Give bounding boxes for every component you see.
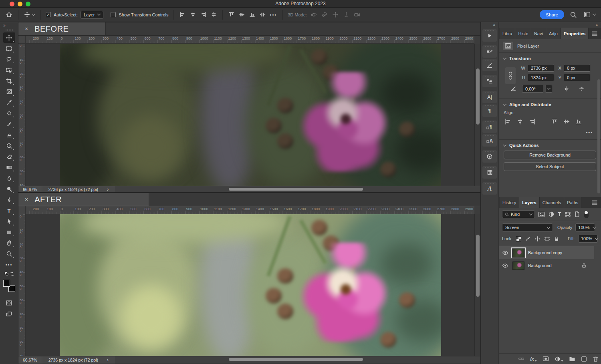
align-horizontal-centers-icon[interactable] (516, 118, 524, 125)
lock-transparency-icon[interactable] (516, 236, 521, 241)
align-top-edges-icon[interactable] (551, 118, 558, 125)
distribute-horizontal-centers-icon[interactable] (259, 11, 266, 18)
after-canvas-image[interactable] (60, 214, 441, 356)
type-tool[interactable]: T (3, 205, 15, 216)
screen-mode-button[interactable] (3, 309, 15, 319)
new-layer-button[interactable] (581, 356, 587, 362)
filter-type-layers-icon[interactable]: T (558, 211, 561, 217)
tab-history[interactable]: History (500, 197, 519, 208)
align-header[interactable]: Align and Distribute (504, 102, 596, 107)
align-bottom-edges-icon[interactable] (575, 118, 582, 125)
panel-menu-icon[interactable] (592, 200, 597, 205)
maximize-window-button[interactable] (26, 2, 30, 6)
tab-histogram[interactable]: Histc (515, 28, 531, 39)
expand-panels-icon[interactable]: » (499, 22, 601, 28)
share-button[interactable]: Share (540, 10, 564, 19)
flip-vertical-button[interactable] (578, 86, 585, 92)
opacity-dropdown[interactable]: 100% (575, 223, 595, 231)
vertical-scrollbar-thumb[interactable] (476, 68, 480, 125)
quick-actions-header[interactable]: Quick Actions (504, 143, 596, 148)
eyedropper-tool[interactable] (3, 97, 15, 108)
character-panel-icon[interactable]: A| (482, 91, 497, 103)
auto-select-dropdown[interactable]: Layer (81, 11, 104, 19)
tab-channels[interactable]: Channels (540, 197, 564, 208)
angle-dropdown[interactable] (545, 85, 552, 93)
move-tool-preset-icon[interactable] (23, 11, 36, 18)
tab-navigator[interactable]: Navi (531, 28, 546, 39)
align-horizontal-centers-icon[interactable] (189, 11, 197, 18)
align-bottom-edges-icon[interactable] (248, 11, 256, 18)
pen-tool[interactable] (3, 195, 15, 205)
document-dimensions[interactable]: 2736 px x 1824 px (72 ppi) › (42, 186, 115, 192)
layer-effects-button[interactable]: fx (530, 356, 537, 362)
glyphs-panel-icon[interactable]: A (482, 182, 497, 195)
clone-source-panel-icon[interactable] (482, 75, 497, 87)
after-canvas[interactable] (26, 214, 474, 356)
angle-field[interactable]: 0,00° (522, 85, 543, 93)
brush-settings-panel-icon[interactable] (482, 45, 497, 58)
add-layer-mask-button[interactable] (543, 356, 549, 362)
vertical-scrollbar[interactable] (474, 44, 480, 186)
align-vertical-centers-icon[interactable] (238, 11, 246, 18)
layer-thumbnail[interactable] (512, 261, 524, 270)
filter-pixel-layers-icon[interactable] (538, 211, 545, 217)
lock-image-icon[interactable] (525, 236, 531, 242)
lock-all-icon[interactable] (554, 236, 559, 242)
tab-paths[interactable]: Paths (564, 197, 581, 208)
align-right-edges-icon[interactable] (528, 118, 536, 125)
3d-panel-icon[interactable] (482, 150, 497, 163)
frame-tool[interactable] (3, 86, 15, 97)
zoom-level[interactable]: 66,67% (18, 356, 42, 364)
clone-stamp-tool[interactable] (3, 130, 15, 140)
lock-artboard-icon[interactable] (544, 236, 550, 242)
delete-layer-button[interactable] (593, 356, 599, 362)
eraser-tool[interactable] (3, 151, 15, 162)
lock-position-icon[interactable] (534, 236, 540, 242)
tab-libraries[interactable]: Libra (500, 28, 515, 39)
toolbar-grip[interactable] (6, 29, 13, 31)
default-swap-colors[interactable] (3, 270, 15, 278)
layer-row-background-copy[interactable]: Background copy (499, 246, 594, 259)
layer-visibility-eye-icon[interactable] (502, 263, 509, 268)
color-swatches[interactable] (3, 280, 15, 292)
remove-background-button[interactable]: Remove Background (504, 151, 596, 159)
height-field[interactable]: 1824 px (528, 74, 554, 81)
path-selection-tool[interactable] (3, 216, 15, 227)
transform-header[interactable]: Transform (504, 56, 596, 61)
character-styles-panel-icon[interactable]: A (482, 134, 497, 147)
tab-properties[interactable]: Properties (561, 28, 589, 39)
horizontal-scrollbar-thumb[interactable] (229, 358, 363, 361)
vertical-scrollbar[interactable] (474, 214, 480, 356)
new-group-button[interactable] (569, 356, 575, 362)
align-left-edges-icon[interactable] (504, 118, 512, 125)
tab-adjustments[interactable]: Adju (546, 28, 561, 39)
dodge-tool[interactable] (3, 184, 15, 194)
more-align-options-button[interactable]: ••• (504, 125, 596, 135)
workspace-switcher-icon[interactable] (583, 10, 596, 19)
search-icon[interactable] (569, 10, 578, 19)
healing-brush-tool[interactable] (3, 108, 15, 119)
distribute-vertical-centers-icon[interactable] (210, 11, 218, 18)
home-button[interactable] (5, 10, 13, 19)
link-dimensions-button[interactable] (505, 67, 516, 84)
align-left-edges-icon[interactable] (179, 11, 186, 18)
layer-name[interactable]: Background copy (528, 250, 562, 255)
layer-name[interactable]: Background (528, 263, 552, 268)
history-brush-tool[interactable] (3, 141, 15, 151)
object-selection-tool[interactable] (3, 65, 15, 75)
fill-dropdown[interactable]: 100% (578, 235, 598, 243)
x-field[interactable]: 0 px (564, 64, 590, 72)
3d-camera-icon[interactable] (353, 11, 361, 19)
paragraph-styles-panel-icon[interactable]: ¶ (482, 121, 497, 133)
before-document-tab[interactable]: × BEFORE (18, 22, 106, 35)
select-subject-button[interactable]: Select Subject (504, 162, 596, 171)
after-document-tab[interactable]: × AFTER (18, 193, 149, 206)
close-tab-icon[interactable]: × (25, 197, 28, 202)
zoom-level[interactable]: 66,67% (18, 186, 42, 192)
panel-scrollbar-thumb[interactable] (597, 79, 600, 193)
document-dimensions[interactable]: 2736 px x 1824 px (72 ppi) › (42, 356, 115, 364)
brushes-panel-icon[interactable] (482, 59, 497, 71)
before-canvas[interactable] (26, 44, 474, 186)
align-right-edges-icon[interactable] (200, 11, 207, 18)
tab-layers[interactable]: Layers (519, 197, 539, 208)
